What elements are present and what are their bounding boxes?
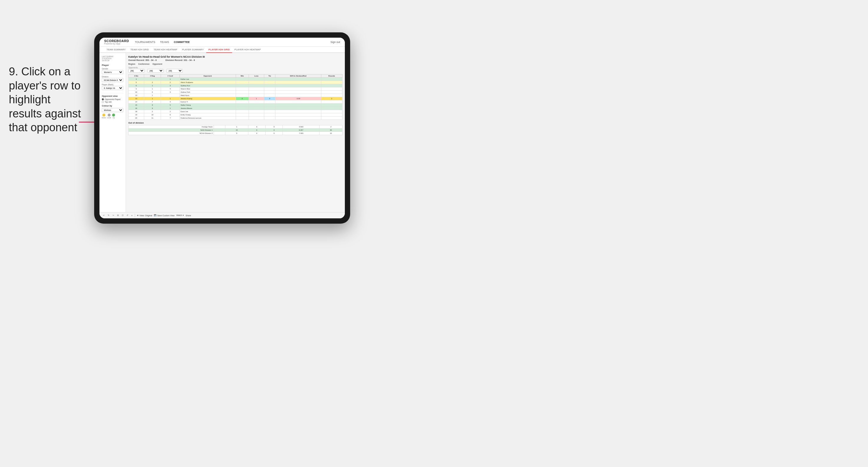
refresh-button[interactable]: ↺ [126,214,129,217]
tab-player-h2h-grid[interactable]: PLAYER H2H GRID [206,47,232,53]
table-cell: 14 [129,100,144,103]
grid-button[interactable]: ⊞ [117,214,120,217]
forward-button[interactable]: ↪ [112,214,115,217]
table-row[interactable]: 1063Andrea York [129,91,342,94]
out-table-row[interactable]: NAIA Division 115009.26730 [129,129,342,132]
radio-dot-opponents [102,98,104,100]
undo-button[interactable]: ↩ [102,214,105,217]
table-cell [321,100,342,103]
tab-team-h2h-grid[interactable]: TEAM H2H GRID [128,47,151,53]
table-cell: Jessica Mason [180,107,236,110]
col-header-diff: Diff Av Strokes/Rnd [275,74,321,78]
logo: SCOREBOARD Powered by clippi [104,39,129,45]
table-row[interactable]: 1691Jessica Mason [129,107,342,110]
nav-sign-out[interactable]: Sign out [331,41,340,43]
out-table-row[interactable]: Foreign Team1004.5002 [129,125,342,129]
nav-tournaments[interactable]: TOURNAMENTS [135,40,155,44]
table-cell: 9 [144,107,161,110]
table-cell: 11 [144,117,161,120]
opponents-dropdown[interactable]: (All) [128,69,145,73]
table-cell: 15 [129,103,144,107]
out-table-cell: 0 [248,132,266,135]
player-rank-dropdown[interactable]: 8. Katelyn Vo [102,86,123,90]
table-cell: Emily Chang [180,113,236,117]
nav-committee[interactable]: COMMITTEE [174,40,190,44]
out-table-cell: 2 [319,125,342,129]
radio-opponents-played[interactable]: Opponents Played [102,98,123,100]
out-table-row[interactable]: NCAA Division 25007.40010 [129,132,342,135]
view-original-label: View: Original [140,215,152,217]
table-cell: 6 [161,113,180,117]
table-cell [321,113,342,117]
table-cell [275,84,321,87]
tab-player-summary[interactable]: PLAYER SUMMARY [180,47,206,53]
table-row[interactable]: 914Sharon Mun [129,87,342,91]
col-header-conf: # Conf [161,74,180,78]
watch-button[interactable]: Watch ▾ [176,214,184,217]
table-cell: 5 [129,81,144,84]
view-original-button[interactable]: 👁 View: Original [137,215,152,217]
out-table-cell: 1 [225,125,248,129]
opp-dropdown[interactable]: (All) [166,69,183,73]
col-header-reg: # Reg [144,74,161,78]
table-row[interactable]: 1474Eunice Yi [129,100,342,103]
table-cell [249,81,264,84]
region-label: Region [128,63,135,65]
radio-top100[interactable]: Top 100 [102,101,123,103]
out-division-table: Foreign Team1004.5002NAIA Division 11500… [128,125,342,135]
redo-button[interactable]: ↻ [107,214,110,217]
table-row[interactable]: 31Esther Lee [129,78,342,81]
table-cell [264,84,275,87]
table-row[interactable]: 1585Stella Cheng [129,103,342,107]
table-cell [275,107,321,110]
table-row[interactable]: 131Heeji Hyun [129,94,342,97]
table-cell: 1 [144,84,161,87]
gender-dropdown[interactable]: Women's [102,70,123,74]
filter-dropdowns-row: Opponents: (All) (All) (All) [128,66,342,73]
out-table-cell: NCAA Division 2 [129,132,214,135]
table-cell: 5 [161,103,180,107]
player-rank-label: Player (Rank) [102,84,123,86]
table-cell: 6 [129,84,144,87]
conf-dropdown[interactable]: (All) [147,69,164,73]
table-row[interactable]: 613Sydney Kuo [129,84,342,87]
table-cell [264,110,275,113]
table-cell [249,113,264,117]
table-cell: 2 [161,81,180,84]
out-table-cell: 15 [225,129,248,132]
table-cell [264,107,275,110]
division-dropdown[interactable]: NCAA Division III [102,78,123,82]
tablet-screen: SCOREBOARD Powered by clippi TOURNAMENTS… [99,38,345,218]
table-cell [249,78,264,81]
table-cell [249,84,264,87]
layout-button[interactable]: ⊡ [121,214,124,217]
legend-up: Up [112,114,115,119]
table-cell [264,78,275,81]
table-row[interactable]: 522Alexis Sudjianto [129,81,342,84]
tab-player-h2h-heatmap[interactable]: PLAYER H2H HEATMAP [232,47,264,53]
annotation-text: 9. Click on a player's row to highlight … [9,65,83,135]
table-cell [249,87,264,91]
colour-by-dropdown[interactable]: Win/loss [102,108,123,112]
share-button[interactable]: Share [186,215,191,217]
table-cell [321,107,342,110]
table-row[interactable]: 1822Euna Lee [129,110,342,113]
table-cell: Esther Lee [180,78,236,81]
table-cell: 6 [144,91,161,94]
tab-team-summary[interactable]: TEAM SUMMARY [104,47,128,53]
save-custom-button[interactable]: 💾 Save Custom View [154,214,175,217]
tab-team-h2h-heatmap[interactable]: TEAM H2H HEATMAP [151,47,180,53]
out-table-cell [214,125,225,129]
table-row[interactable]: 1311Jessica Huang010-3.002 [129,97,342,100]
table-cell: Sharon Mun [180,87,236,91]
table-row[interactable]: 19106Emily Chang [129,113,342,117]
table-cell: 3 [161,84,180,87]
out-table-cell: 0 [266,132,283,135]
grid-title: Katelyn Vo Head-to-Head Grid for Women's… [128,55,342,58]
legend-circle-down [102,114,105,117]
table-row[interactable]: 20117Federica Domecq Lacroze [129,117,342,120]
division-label: Division [102,75,123,78]
table-cell: 10 [144,113,161,117]
menu-button[interactable]: ≡ [131,214,133,217]
nav-teams[interactable]: TEAMS [160,40,169,44]
